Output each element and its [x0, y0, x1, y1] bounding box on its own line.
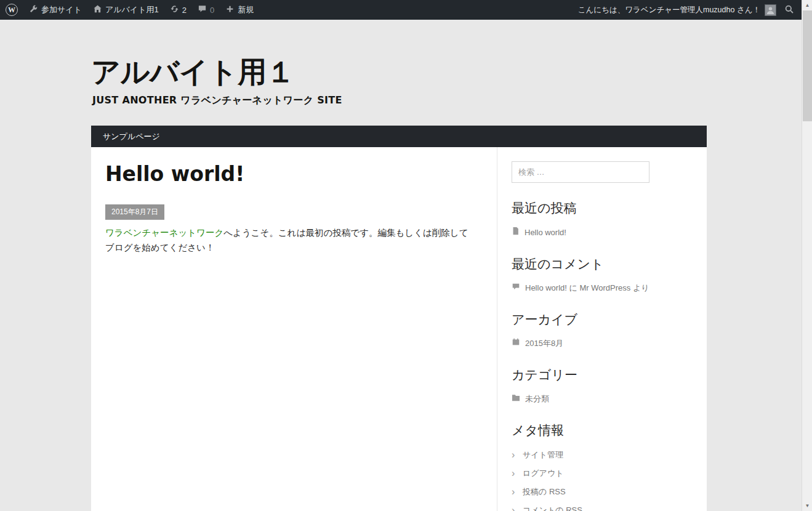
- meta-item-site-admin[interactable]: › サイト管理: [512, 449, 692, 461]
- comment-bubble-icon: [198, 4, 207, 15]
- widget-meta: メタ情報 › サイト管理 › ログアウト › 投稿の RSS: [512, 422, 692, 511]
- scroll-down-button[interactable]: ▼: [802, 501, 812, 511]
- site-name-menu[interactable]: アルバイト用1: [87, 0, 164, 20]
- recent-post-item[interactable]: Hello world!: [512, 227, 692, 239]
- scroll-up-button[interactable]: ▲: [802, 0, 812, 10]
- home-icon: [93, 4, 102, 15]
- page-icon: [512, 227, 520, 239]
- site-tagline: Just another ワラベンチャーネットワーク site: [92, 94, 707, 107]
- my-sites-label: 参加サイト: [41, 4, 82, 15]
- comment-author-link[interactable]: Mr WordPress: [579, 283, 630, 292]
- category-link[interactable]: 未分類: [525, 393, 549, 405]
- archive-link[interactable]: 2015年8月: [525, 337, 563, 350]
- widget-title: 最近の投稿: [512, 200, 692, 216]
- content-area: Hello world! 2015年8月7日 ワラベンチャーネットワークへようこ…: [91, 147, 707, 511]
- widget-title: カテゴリー: [512, 367, 692, 383]
- post-title[interactable]: Hello world!: [105, 163, 472, 185]
- recent-post-link[interactable]: Hello world!: [525, 227, 566, 239]
- widget-recent-posts: 最近の投稿 Hello world!: [512, 200, 692, 238]
- post-date-badge[interactable]: 2015年8月7日: [105, 204, 164, 220]
- meta-item-entries-rss[interactable]: › 投稿の RSS: [512, 486, 692, 498]
- widget-title: 最近のコメント: [512, 256, 692, 272]
- sidebar: 最近の投稿 Hello world! 最近のコメント: [497, 147, 707, 511]
- widget-archives: アーカイブ 2015年8月: [512, 312, 692, 350]
- chevron-right-icon: ›: [512, 469, 518, 478]
- post-body: ワラベンチャーネットワークへようこそ。これは最初の投稿です。編集もしくは削除して…: [105, 226, 472, 256]
- new-content-menu[interactable]: 新規: [220, 0, 259, 20]
- scrollbar[interactable]: ▲ ▼: [802, 0, 812, 511]
- updates-icon: [170, 4, 179, 15]
- wp-logo-menu[interactable]: W: [0, 0, 23, 20]
- comments-menu[interactable]: 0: [192, 0, 220, 20]
- comment-post-link[interactable]: Hello world!: [525, 283, 567, 292]
- widget-title: メタ情報: [512, 422, 692, 438]
- category-item[interactable]: 未分類: [512, 393, 692, 405]
- primary-navigation: サンプルページ: [91, 126, 707, 147]
- new-label: 新規: [238, 4, 254, 15]
- calendar-icon: [512, 337, 520, 350]
- archive-item[interactable]: 2015年8月: [512, 337, 692, 350]
- meta-item-logout[interactable]: › ログアウト: [512, 467, 692, 480]
- meta-link[interactable]: 投稿の RSS: [523, 486, 566, 498]
- search-input[interactable]: [512, 161, 649, 183]
- site-page: アルバイト用１ Just another ワラベンチャーネットワーク site …: [91, 20, 707, 511]
- chevron-right-icon: ›: [512, 506, 518, 511]
- meta-link[interactable]: ログアウト: [523, 467, 564, 480]
- comments-count: 0: [210, 6, 214, 15]
- comment-particle: に: [567, 283, 580, 292]
- site-header: アルバイト用１ Just another ワラベンチャーネットワーク site: [91, 20, 707, 107]
- my-sites-menu[interactable]: 参加サイト: [23, 0, 87, 20]
- plus-icon: [225, 4, 235, 15]
- chevron-right-icon: ›: [512, 451, 518, 459]
- main-column: Hello world! 2015年8月7日 ワラベンチャーネットワークへようこ…: [91, 147, 497, 511]
- site-title[interactable]: アルバイト用１: [91, 57, 707, 87]
- meta-item-comments-rss[interactable]: › コメントの RSS: [512, 504, 692, 511]
- search-icon[interactable]: [781, 4, 802, 16]
- post-article: Hello world! 2015年8月7日 ワラベンチャーネットワークへようこ…: [105, 163, 472, 255]
- widget-title: アーカイブ: [512, 312, 692, 328]
- wrench-icon: [29, 4, 38, 15]
- chevron-right-icon: ›: [512, 488, 518, 496]
- widget-recent-comments: 最近のコメント Hello world! に Mr WordPress より: [512, 256, 692, 294]
- widget-categories: カテゴリー 未分類: [512, 367, 692, 405]
- recent-comment-text: Hello world! に Mr WordPress より: [525, 282, 649, 294]
- wp-admin-bar: W 参加サイト アルバイト用1 2 0: [0, 0, 802, 20]
- recent-comment-item: Hello world! に Mr WordPress より: [512, 282, 692, 294]
- comment-particle: より: [630, 283, 649, 292]
- avatar[interactable]: [765, 5, 776, 15]
- nav-item-sample-page[interactable]: サンプルページ: [91, 126, 172, 147]
- scrollbar-thumb[interactable]: [803, 10, 812, 121]
- wordpress-logo-icon: W: [6, 4, 18, 16]
- post-body-link[interactable]: ワラベンチャーネットワーク: [105, 228, 223, 238]
- site-name-label: アルバイト用1: [105, 4, 159, 15]
- updates-count: 2: [182, 6, 187, 15]
- account-greeting[interactable]: こんにちは、ワラベンチャー管理人muzudho さん！: [574, 5, 764, 15]
- updates-menu[interactable]: 2: [164, 0, 192, 20]
- meta-link[interactable]: サイト管理: [523, 449, 563, 461]
- meta-link[interactable]: コメントの RSS: [523, 504, 582, 511]
- folder-icon: [512, 393, 520, 405]
- comment-icon: [512, 282, 520, 294]
